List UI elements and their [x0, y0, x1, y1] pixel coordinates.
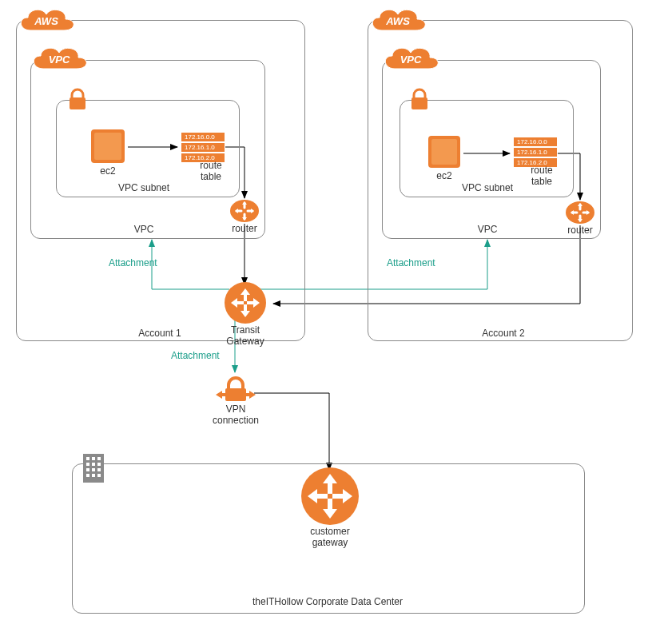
aws-cloud-icon-2: AWS [366, 3, 430, 38]
route-table-label-1: route table [187, 160, 235, 182]
vpc-label-2: VPC [463, 224, 511, 235]
transit-gateway-icon [224, 281, 267, 324]
tgw-label: Transit Gateway [222, 324, 268, 347]
svg-rect-11 [225, 388, 246, 401]
svg-rect-2 [94, 133, 121, 160]
route-row: 172.16.1.0 [181, 142, 225, 153]
vpc-cloud-icon-1: VPC [27, 42, 89, 77]
svg-rect-14 [92, 457, 95, 460]
svg-text:AWS: AWS [385, 15, 410, 27]
svg-rect-15 [97, 457, 101, 460]
aws-badge-text: AWS [34, 15, 58, 27]
account1-label: Account 1 [128, 328, 192, 339]
ec2-label-1: ec2 [89, 165, 126, 177]
svg-rect-20 [92, 468, 95, 471]
lock-icon-1 [67, 88, 88, 112]
svg-rect-16 [86, 463, 89, 466]
route-table-1: 172.16.0.0 172.16.1.0 172.16.2.0 [181, 132, 225, 163]
svg-rect-18 [97, 463, 101, 466]
route-row: 172.16.0.0 [181, 132, 225, 142]
svg-rect-19 [86, 468, 89, 471]
router-label-1: router [229, 223, 260, 234]
aws-cloud-icon-1: AWS [14, 3, 78, 38]
vpc-cloud-icon-2: VPC [379, 42, 441, 77]
svg-rect-13 [86, 457, 89, 460]
vpn-connection-icon [214, 372, 257, 404]
svg-rect-23 [92, 474, 95, 477]
svg-point-10 [225, 282, 266, 324]
route-row: 172.16.1.0 [513, 147, 558, 157]
svg-rect-6 [411, 97, 427, 109]
attachment-label-1: Attachment [109, 257, 173, 268]
cgw-label: customer gateway [302, 526, 358, 548]
conn-vpn-cgw [254, 393, 329, 470]
svg-rect-24 [97, 474, 101, 477]
ec2-label-2: ec2 [427, 170, 462, 181]
datacenter-label: theITHollow Corporate Data Center [72, 596, 583, 607]
svg-rect-0 [70, 97, 85, 109]
svg-rect-8 [431, 139, 457, 165]
ec2-icon-2 [427, 134, 462, 169]
attachment-label-3: Attachment [171, 350, 235, 361]
customer-gateway-icon [300, 467, 360, 526]
lock-icon-2 [409, 88, 430, 112]
svg-rect-17 [92, 463, 95, 466]
vpc-badge-text: VPC [49, 54, 70, 66]
svg-rect-22 [86, 474, 89, 477]
building-icon [80, 451, 107, 486]
router-label-2: router [564, 225, 596, 236]
account2-label: Account 2 [471, 328, 535, 339]
ec2-icon-1 [89, 128, 126, 165]
svg-rect-21 [97, 468, 101, 471]
attachment-label-2: Attachment [387, 257, 451, 268]
route-table-2: 172.16.0.0 172.16.1.0 172.16.2.0 [513, 137, 558, 168]
route-row: 172.16.0.0 [513, 137, 558, 147]
vpc-label-1: VPC [120, 224, 168, 235]
subnet-label-2: VPC subnet [439, 182, 535, 193]
vpn-label: VPN connection [206, 403, 265, 426]
subnet-label-1: VPC subnet [96, 182, 192, 193]
svg-text:VPC: VPC [400, 54, 422, 66]
